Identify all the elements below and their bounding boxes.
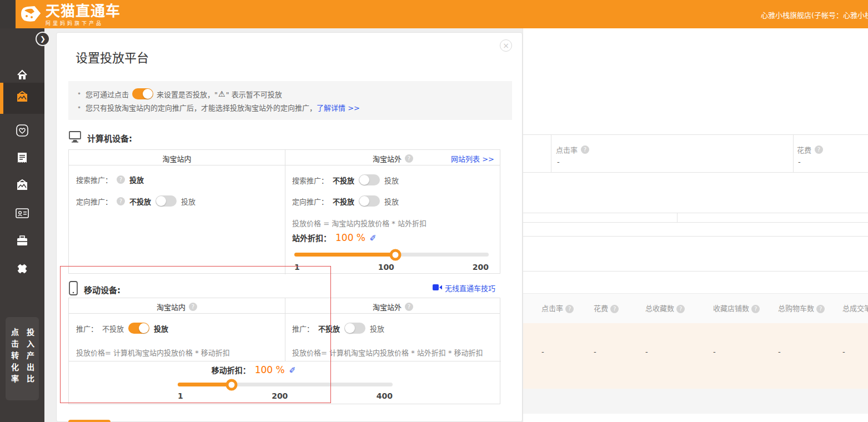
sidebar-item-tools[interactable] bbox=[0, 229, 44, 254]
question-icon[interactable]: ? bbox=[581, 145, 589, 154]
outside-discount-slider[interactable] bbox=[294, 253, 489, 257]
computer-outside-targeted-row: 定向推广： 不投放 投放 bbox=[292, 195, 399, 207]
question-icon[interactable]: ? bbox=[405, 303, 413, 311]
table-cell: - bbox=[713, 348, 716, 356]
warning-icon: ⚠ bbox=[218, 89, 225, 98]
mobile-discount: 移动折扣： 100 % ✎ bbox=[69, 364, 439, 375]
col-taobao-inside: 淘宝站内 bbox=[69, 153, 285, 164]
notice-line-1: • 您可通过点击 来设置是否投放，" ⚠ " 表示暂不可投放 bbox=[77, 88, 503, 99]
corner-dark-block bbox=[0, 0, 16, 28]
metrics-table-header: 点击率 ? 花费 ? 总收藏数 ? 收藏店铺数 ? 总购物车数 ? 总成交笔 bbox=[523, 293, 868, 324]
sidebar-item-help[interactable] bbox=[0, 257, 44, 282]
col-taobao-outside: 淘宝站外 ? bbox=[285, 302, 501, 312]
mobile-platform-table: 淘宝站内 ? 淘宝站外 ? 推广： 不投放 投放 推广： 不投放 投放 投放价格… bbox=[68, 298, 500, 404]
slider-fill bbox=[178, 383, 232, 386]
computer-outside-search-toggle[interactable] bbox=[359, 174, 380, 185]
divider bbox=[677, 213, 678, 222]
edit-icon[interactable]: ✎ bbox=[368, 234, 379, 242]
mobile-section-label: 移动设备: bbox=[68, 281, 121, 298]
mobile-inside-row: 推广： 不投放 投放 bbox=[76, 323, 168, 334]
question-icon[interactable]: ? bbox=[751, 305, 760, 313]
table-footer-band bbox=[523, 389, 868, 414]
notice-box: • 您可通过点击 来设置是否投放，" ⚠ " 表示暂不可投放 • 您只有投放淘宝… bbox=[68, 81, 512, 120]
divider bbox=[793, 134, 794, 172]
chevron-right-icon: ❯ bbox=[40, 35, 46, 43]
active-indicator bbox=[0, 83, 3, 114]
sidebar-expand-button[interactable]: ❯ bbox=[36, 32, 50, 46]
divider bbox=[523, 134, 868, 135]
computer-outside-search-row: 搜索推广： 不投放 投放 bbox=[292, 174, 399, 185]
summary-value-ctr: - bbox=[557, 158, 560, 166]
question-icon[interactable]: ? bbox=[610, 305, 619, 313]
divider bbox=[551, 134, 551, 172]
wireless-tips[interactable]: 无线直通车技巧 bbox=[433, 283, 495, 293]
divider bbox=[285, 298, 285, 361]
id-card-icon bbox=[15, 207, 29, 221]
edit-icon[interactable]: ✎ bbox=[287, 366, 298, 374]
sidebar-item-account-card[interactable] bbox=[0, 202, 44, 226]
wheel-icon bbox=[15, 262, 29, 278]
divider bbox=[285, 150, 285, 274]
slider-knob[interactable] bbox=[225, 379, 237, 390]
question-icon[interactable]: ? bbox=[816, 305, 825, 313]
summary-value-cost: - bbox=[798, 158, 801, 166]
sidebar-item-creative[interactable] bbox=[0, 174, 44, 199]
mobile-discount-slider[interactable] bbox=[178, 383, 393, 386]
sidebar-item-campaign-active[interactable] bbox=[0, 83, 44, 114]
logo-subtitle: 阿里妈妈旗下产品 bbox=[46, 19, 121, 27]
slider-knob[interactable] bbox=[390, 249, 402, 260]
question-icon[interactable]: ? bbox=[117, 197, 125, 205]
computer-outside-targeted-toggle[interactable] bbox=[359, 195, 380, 207]
table-cell: - bbox=[778, 348, 781, 356]
computer-inside-targeted-toggle[interactable] bbox=[155, 195, 177, 207]
notice-line-2: • 您只有投放淘宝站内的定向推广后，才能选择投放淘宝站外的定向推广， 了解详情 … bbox=[77, 102, 503, 113]
phone-icon bbox=[68, 281, 78, 298]
question-icon[interactable]: ? bbox=[565, 305, 574, 313]
computer-inside-targeted-row: 定向推广： ? 不投放 投放 bbox=[76, 195, 195, 207]
sidebar-metrics-panel[interactable]: 点击转化率 投入产出比 bbox=[6, 317, 39, 400]
confirm-button[interactable] bbox=[68, 420, 111, 422]
table-cell: - bbox=[842, 348, 845, 356]
computer-section-label: 计算机设备: bbox=[68, 130, 132, 145]
question-icon[interactable]: ? bbox=[405, 154, 413, 163]
computer-table-header: 淘宝站内 淘宝站外 ? 网站列表 >> bbox=[69, 150, 500, 165]
summary-cell-cost: 花费 ? bbox=[797, 144, 823, 155]
site-list-link[interactable]: 网站列表 >> bbox=[451, 153, 494, 164]
bullet-icon: • bbox=[77, 104, 81, 112]
bullet-icon: • bbox=[77, 90, 81, 98]
outside-discount: 站外折扣： 100 % ✎ bbox=[292, 232, 377, 243]
divider bbox=[69, 361, 501, 361]
mobile-inside-toggle[interactable] bbox=[128, 323, 149, 334]
question-icon[interactable]: ? bbox=[189, 303, 197, 311]
learn-more-link[interactable]: 了解详情 >> bbox=[317, 102, 360, 113]
divider bbox=[523, 213, 868, 213]
metric-roi: 投入产出比 bbox=[24, 328, 36, 400]
account-name[interactable]: 心雅小栈旗舰店(子帐号：心雅小栈 bbox=[761, 9, 868, 20]
heart-icon bbox=[16, 124, 29, 139]
wireless-tips-link[interactable]: 无线直通车技巧 bbox=[445, 283, 495, 293]
table-cell: - bbox=[541, 348, 544, 356]
table-cell: - bbox=[645, 348, 648, 356]
sidebar-item-favorites[interactable] bbox=[0, 119, 44, 143]
column-header: 总收藏数 ? bbox=[645, 303, 685, 313]
question-icon[interactable]: ? bbox=[676, 305, 685, 313]
home-icon bbox=[16, 68, 29, 83]
table-row: - - - - - - bbox=[523, 323, 868, 389]
divider bbox=[523, 236, 868, 237]
background-report-panel: 点击率 ? - 花费 ? - 点击率 ? 花费 ? 总收藏数 ? 收藏店铺数 ?… bbox=[523, 28, 868, 422]
question-icon[interactable]: ? bbox=[815, 145, 823, 154]
mobile-table-header: 淘宝站内 ? 淘宝站外 ? bbox=[69, 298, 500, 314]
col-taobao-inside: 淘宝站内 ? bbox=[69, 302, 285, 312]
column-header: 点击率 ? bbox=[541, 303, 574, 313]
logo[interactable]: 天猫直通车 阿里妈妈旗下产品 bbox=[18, 3, 121, 27]
document-icon bbox=[16, 152, 28, 167]
top-header: 天猫直通车 阿里妈妈旗下产品 心雅小栈旗舰店(子帐号：心雅小栈 bbox=[0, 0, 868, 28]
table-cell: - bbox=[594, 348, 596, 356]
set-platform-modal: 设置投放平台 × • 您可通过点击 来设置是否投放，" ⚠ " 表示暂不可投放 … bbox=[56, 32, 523, 422]
mobile-outside-toggle[interactable] bbox=[344, 323, 365, 334]
divider bbox=[523, 172, 868, 173]
sidebar-item-report[interactable] bbox=[0, 147, 44, 171]
close-icon[interactable]: × bbox=[500, 39, 512, 52]
question-icon[interactable]: ? bbox=[117, 175, 125, 184]
sample-toggle-icon bbox=[132, 88, 153, 99]
